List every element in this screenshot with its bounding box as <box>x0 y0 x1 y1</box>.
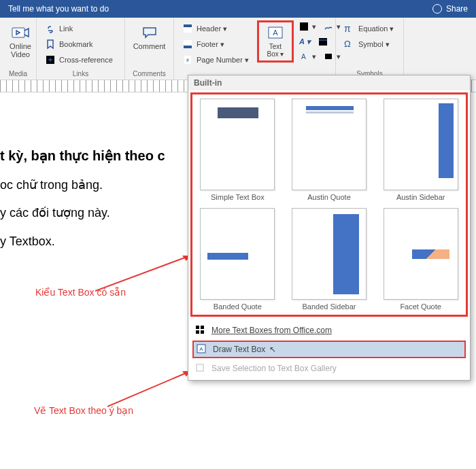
svg-rect-13 <box>325 54 332 59</box>
pi-icon: π <box>344 23 355 34</box>
symbol-button[interactable]: ΩSymbol ▾ <box>341 37 396 51</box>
svg-text:A: A <box>273 29 278 37</box>
svg-line-21 <box>95 256 190 291</box>
save-selection-menuitem: Save Selection to Text Box Gallery <box>188 360 470 377</box>
link-button[interactable]: Link <box>42 22 116 35</box>
svg-rect-0 <box>12 28 24 37</box>
arrow-2 <box>107 367 196 408</box>
more-textboxes-menuitem[interactable]: More Text Boxes from Office.com <box>188 322 470 339</box>
arrow-1 <box>95 251 197 292</box>
svg-line-23 <box>107 371 190 406</box>
gallery-item-simple-text-box[interactable]: Simple Text Box <box>197 99 279 201</box>
svg-rect-10 <box>300 22 308 31</box>
online-video-button[interactable]: Online Video <box>5 22 35 61</box>
footer-icon <box>182 39 193 50</box>
page-number-button[interactable]: #Page Number ▾ <box>180 53 252 67</box>
text-box-button[interactable]: A Text Box ▾ <box>260 24 290 59</box>
equation-button[interactable]: πEquation ▾ <box>341 22 396 35</box>
svg-rect-20 <box>197 364 203 371</box>
gallery-item-austin-sidebar[interactable]: Austin Sidebar <box>379 99 462 201</box>
svg-rect-15 <box>201 326 204 329</box>
wordart-button[interactable]: A ▾ <box>296 35 313 48</box>
textbox-gallery-popup: Built-in Simple Text Box Austin Quote Au… <box>188 75 471 381</box>
grid-icon <box>195 325 206 336</box>
omega-icon: Ω <box>344 39 355 50</box>
ribbon: Online Video Media Link Bookmark Cross-r… <box>0 18 476 80</box>
footer-button[interactable]: Footer ▾ <box>180 37 252 51</box>
textbox-highlight: A Text Box ▾ <box>257 20 294 63</box>
cursor-icon: ↖ <box>269 345 276 354</box>
draw-textbox-menuitem[interactable]: A Draw Text Box ↖ <box>192 341 466 358</box>
crossref-icon <box>45 54 56 65</box>
crossref-button[interactable]: Cross-reference <box>42 53 116 67</box>
svg-rect-16 <box>196 330 199 334</box>
group-label-comments: Comments <box>131 69 168 80</box>
datetime-button[interactable] <box>316 35 330 48</box>
group-label-media: Media <box>5 69 31 80</box>
save-icon <box>195 363 206 374</box>
svg-text:A: A <box>199 346 203 352</box>
svg-text:A: A <box>301 53 306 60</box>
svg-rect-3 <box>184 24 192 27</box>
tell-me-prompt[interactable]: Tell me what you want to do <box>8 4 109 14</box>
gallery-item-banded-sidebar[interactable]: Banded Sidebar <box>288 208 371 311</box>
quickparts-button[interactable]: ▾ <box>296 20 319 33</box>
comment-button[interactable]: Comment <box>131 22 168 53</box>
annotation-1: Kiểu Text Box có sẵn <box>35 287 126 298</box>
gallery-section-label: Built-in <box>188 75 470 90</box>
share-button[interactable]: Share <box>432 4 468 14</box>
header-button[interactable]: Header ▾ <box>180 22 252 35</box>
svg-rect-11 <box>319 38 327 46</box>
textbox-icon: A <box>266 25 285 41</box>
link-icon <box>45 23 56 34</box>
gallery-item-austin-quote[interactable]: Austin Quote <box>288 99 371 201</box>
svg-rect-5 <box>184 46 192 48</box>
annotation-2: Vẽ Text Box theo ý bạn <box>34 405 133 416</box>
bookmark-icon <box>45 39 56 50</box>
pagenum-icon: # <box>182 54 193 65</box>
bookmark-button[interactable]: Bookmark <box>42 37 116 51</box>
svg-rect-14 <box>196 326 199 329</box>
video-icon <box>11 24 30 41</box>
gallery-item-facet-quote[interactable]: Facet Quote <box>379 208 462 311</box>
group-label-links: Links <box>42 69 119 80</box>
title-bar: Tell me what you want to do Share <box>0 0 476 18</box>
gallery-item-banded-quote[interactable]: Banded Quote <box>197 208 279 311</box>
gallery-grid: Simple Text Box Austin Quote Austin Side… <box>190 92 468 317</box>
dropcap-button[interactable]: A▾ <box>296 50 319 63</box>
draw-textbox-icon: A <box>197 344 207 355</box>
svg-text:#: # <box>186 58 189 63</box>
comment-icon <box>140 24 159 41</box>
header-icon <box>182 23 193 34</box>
svg-rect-17 <box>201 330 204 334</box>
